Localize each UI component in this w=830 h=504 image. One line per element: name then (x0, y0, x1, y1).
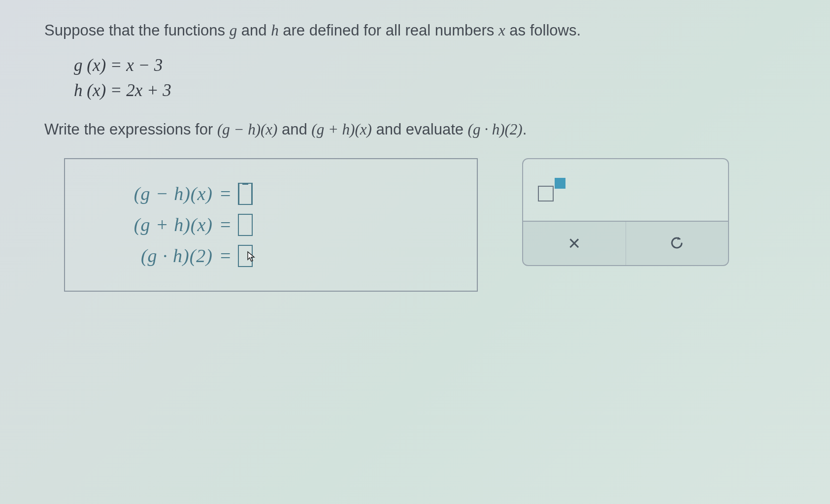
var-g: g (230, 22, 237, 39)
answer-2-label: (g + h)(x) (90, 214, 213, 235)
answer-2-input[interactable] (238, 214, 253, 236)
prompt-text-a: Suppose that the functions (44, 22, 230, 39)
var-h: h (271, 22, 279, 39)
answer-1-label: (g − h)(x) (90, 183, 213, 204)
prompt-text-c: are defined for all real numbers (279, 22, 498, 39)
tool-bottom-row: × (523, 221, 728, 265)
equals-3: = (220, 245, 231, 267)
clear-button[interactable]: × (523, 222, 626, 265)
answer-3-label: (g · h)(2) (90, 245, 213, 267)
answer-row-3: (g · h)(2) = (90, 245, 457, 267)
prompt-text-b: and (237, 22, 271, 39)
cursor-pointer-icon (247, 251, 257, 263)
equals-2: = (220, 214, 231, 235)
instr-expr2: (g + h)(x) (311, 121, 371, 138)
reset-button[interactable] (626, 222, 729, 265)
instr-a: Write the expressions for (44, 121, 217, 138)
instr-expr3: (g · h)(2) (468, 121, 523, 138)
prompt-text-d: as follows. (505, 22, 581, 39)
instruction-text: Write the expressions for (g − h)(x) and… (44, 121, 786, 138)
tool-top-row (523, 159, 728, 221)
problem-prompt: Suppose that the functions g and h are d… (44, 20, 786, 41)
exponent-base-icon (538, 186, 554, 202)
var-x: x (498, 22, 505, 39)
equals-1: = (220, 183, 231, 204)
instr-c: and evaluate (372, 121, 468, 138)
h-definition: h (x) = 2x + 3 (74, 78, 786, 103)
g-definition: g (x) = x − 3 (74, 53, 786, 78)
reset-icon (668, 235, 685, 252)
instr-d: . (523, 121, 527, 138)
close-icon: × (568, 232, 580, 255)
answer-row-1: (g − h)(x) = (90, 183, 457, 205)
exponent-superscript-icon (555, 178, 565, 189)
tool-panel: × (522, 158, 729, 266)
instr-b: and (277, 121, 311, 138)
answer-row-2: (g + h)(x) = (90, 214, 457, 236)
answer-1-input[interactable] (238, 183, 253, 205)
instr-expr1: (g − h)(x) (217, 121, 277, 138)
function-definitions: g (x) = x − 3 h (x) = 2x + 3 (74, 53, 786, 103)
answer-3-input[interactable] (238, 245, 253, 267)
exponent-tool-button[interactable] (538, 178, 565, 202)
answer-panel: (g − h)(x) = (g + h)(x) = (g · h)(2) = (64, 158, 478, 292)
